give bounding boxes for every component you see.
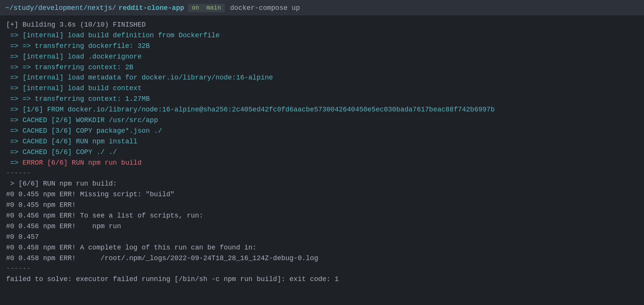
terminal-line: #0 0.458 npm ERR! /root/.npm/_logs/2022-… <box>6 253 638 264</box>
terminal-line: => [internal] load build definition from… <box>6 30 638 41</box>
line-part: #0 0.455 npm ERR! <box>6 201 76 209</box>
terminal-line: => [internal] load metadata for docker.i… <box>6 73 638 83</box>
terminal-line: => => transferring dockerfile: 32B <box>6 41 638 52</box>
terminal-line: => CACHED [3/6] COPY package*.json ./ <box>6 126 638 137</box>
line-part: [+] Building 3.6s (10/10) FINISHED <box>6 21 146 29</box>
terminal-line: #0 0.458 npm ERR! A complete log of this… <box>6 243 638 253</box>
terminal-line: #0 0.455 npm ERR! <box>6 200 638 211</box>
line-part: #0 0.455 npm ERR! Missing script: "build… <box>6 191 174 198</box>
line-part: > [6/6] RUN npm run build: <box>6 180 117 187</box>
line-part: => <box>6 148 22 156</box>
line-part: CACHED <box>22 116 47 124</box>
separator-line: ------ <box>6 168 638 179</box>
line-part: failed to solve: executor failed running… <box>6 275 339 283</box>
line-part: #0 0.458 npm ERR! /root/.npm/_logs/2022-… <box>6 254 318 262</box>
terminal-line: => [internal] load .dockerignore <box>6 52 638 62</box>
line-part: CACHED <box>22 138 47 145</box>
branch-name: main <box>206 5 221 11</box>
line-part: => => transferring dockerfile: 32B <box>6 42 150 50</box>
terminal-line: => [1/6] FROM docker.io/library/node:16-… <box>6 105 638 115</box>
terminal-line: [+] Building 3.6s (10/10) FINISHED <box>6 20 638 30</box>
line-part: #0 0.456 npm ERR! To see a list of scrip… <box>6 212 203 219</box>
line-part: => <box>6 138 22 145</box>
line-part: [6/6] RUN npm run build <box>43 159 141 167</box>
branch-badge: on main <box>188 4 225 12</box>
line-part: => <box>6 116 22 124</box>
line-part: #0 0.456 npm ERR! npm run <box>6 222 121 230</box>
path-bold: reddit-clone-app <box>119 4 184 12</box>
separator-line: ------ <box>6 264 638 274</box>
line-part: => <box>6 159 22 167</box>
terminal-line: => => transferring context: 2B <box>6 62 638 73</box>
title-bar: ~/study/development/nextjs/reddit-clone-… <box>0 0 644 16</box>
terminal-line: => CACHED [5/6] COPY ./ ./ <box>6 147 638 158</box>
line-part: CACHED <box>22 127 47 135</box>
terminal-line: #0 0.457 <box>6 232 638 243</box>
line-part: => [1/6] FROM docker.io/library/node:16-… <box>6 106 495 113</box>
command-text: docker-compose up <box>230 4 300 12</box>
line-part: => <box>6 127 22 135</box>
terminal-line: #0 0.455 npm ERR! Missing script: "build… <box>6 189 638 200</box>
terminal-line: => [internal] load build context <box>6 83 638 94</box>
line-part: => => transferring context: 1.27MB <box>6 95 150 103</box>
terminal-window: ~/study/development/nextjs/reddit-clone-… <box>0 0 644 305</box>
line-part: ERROR <box>22 159 43 167</box>
line-part: => => transferring context: 2B <box>6 64 133 71</box>
terminal-line: => CACHED [4/6] RUN npm install <box>6 137 638 147</box>
terminal-line: => CACHED [2/6] WORKDIR /usr/src/app <box>6 115 638 126</box>
terminal-line: => => transferring context: 1.27MB <box>6 94 638 105</box>
line-part: [2/6] WORKDIR /usr/src/app <box>47 116 158 124</box>
path-prefix: ~/study/development/nextjs/ <box>5 4 116 12</box>
line-part: => [internal] load build context <box>6 84 141 92</box>
terminal-line: => ERROR [6/6] RUN npm run build <box>6 158 638 168</box>
terminal-line: #0 0.456 npm ERR! To see a list of scrip… <box>6 211 638 221</box>
line-part: [4/6] RUN npm install <box>47 138 138 145</box>
terminal-content: [+] Building 3.6s (10/10) FINISHED => [i… <box>0 16 644 289</box>
line-part: #0 0.458 npm ERR! A complete log of this… <box>6 244 257 251</box>
line-part: [5/6] COPY ./ ./ <box>47 148 117 156</box>
terminal-line: failed to solve: executor failed running… <box>6 274 638 285</box>
branch-on-label: on <box>192 5 199 11</box>
line-part: #0 0.457 <box>6 233 39 241</box>
line-part: => [internal] load .dockerignore <box>6 53 141 60</box>
line-part: CACHED <box>22 148 47 156</box>
line-part: => [internal] load metadata for docker.i… <box>6 74 273 81</box>
line-part: [3/6] COPY package*.json ./ <box>47 127 162 135</box>
terminal-line: > [6/6] RUN npm run build: <box>6 179 638 189</box>
terminal-line: #0 0.456 npm ERR! npm run <box>6 221 638 232</box>
line-part: => [internal] load build definition from… <box>6 32 220 39</box>
